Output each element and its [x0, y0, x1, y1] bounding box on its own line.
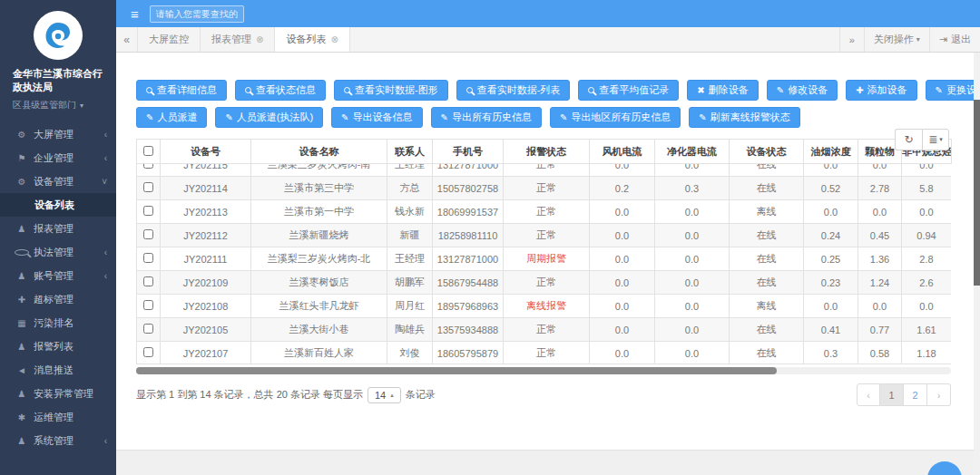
view-realtime-list-button[interactable]: 查看实时数据-列表 [456, 80, 571, 101]
export-region-history-button[interactable]: ✎导出地区所有历史信息 [550, 107, 681, 128]
cell-contact: 周月红 [387, 295, 433, 318]
sidebar-item-exceed-management[interactable]: ✚超标管理 [0, 287, 116, 311]
tab-device-list[interactable]: 设备列表⊗ [275, 27, 349, 52]
cell-nmhc: 2.6 [902, 271, 952, 295]
vertical-scrollbar[interactable] [974, 53, 980, 475]
row-checkbox[interactable] [143, 324, 153, 334]
refresh-offline-alarm-button[interactable]: ✎刷新离线报警状态 [689, 107, 799, 128]
edit-icon: ✎ [146, 112, 153, 122]
select-all-checkbox[interactable] [143, 146, 153, 156]
view-status-info-button[interactable]: 查看状态信息 [235, 80, 326, 101]
tabs-scroll-left-icon[interactable]: « [116, 27, 138, 52]
flag-icon: ⚑ [15, 153, 29, 163]
row-checkbox[interactable] [143, 276, 153, 286]
sidebar-item-message-push[interactable]: ◄消息推送 [0, 358, 116, 382]
device-table-body[interactable]: JY202115兰溪梨三岁炭火烤肉-南王经理13127871000正常0.00.… [136, 164, 951, 364]
columns-toggle-button[interactable]: ≣▾ [922, 129, 949, 150]
row-checkbox[interactable] [143, 206, 153, 216]
view-detail-info-button[interactable]: 查看详细信息 [136, 80, 227, 101]
table-row[interactable]: JY202113兰溪市第一中学钱永新18069991537正常0.00.0离线0… [137, 200, 952, 224]
cell-device_status: 在线 [730, 342, 804, 365]
vertical-scrollbar-thumb[interactable] [974, 100, 980, 286]
sidebar-item-enterprise-management[interactable]: ⚑企业管理‹ [0, 146, 116, 170]
logout-button[interactable]: ⇥退出 [929, 27, 980, 52]
row-select-cell [137, 342, 161, 365]
cell-fan_current: 0.0 [590, 342, 655, 365]
delete-device-button[interactable]: ✖删除设备 [687, 80, 758, 101]
sidebar-item-alarm-list[interactable]: ♟报警列表 [0, 334, 116, 358]
horizontal-scrollbar-thumb[interactable] [136, 367, 777, 374]
tab-close-icon[interactable]: ⊗ [330, 34, 338, 44]
tabs-scroll-right-icon[interactable]: » [839, 27, 864, 52]
export-all-history-button[interactable]: ✎导出所有历史信息 [431, 107, 542, 128]
cell-phone: 18957968963 [433, 295, 504, 318]
department-selector[interactable]: 区县级监管部门▾ [0, 94, 116, 111]
row-checkbox[interactable] [143, 347, 153, 357]
view-realtime-chart-button[interactable]: 查看实时数据-图形 [334, 80, 448, 101]
table-row[interactable]: JY202115兰溪梨三岁炭火烤肉-南王经理13127871000正常0.00.… [137, 164, 952, 177]
table-row[interactable]: JY202111兰溪梨三岁炭火烤肉-北王经理13127871000周期报警0.0… [137, 247, 952, 271]
modify-device-button[interactable]: ✎修改设备 [767, 80, 838, 101]
sidebar-item-system-management[interactable]: ♟系统管理‹ [0, 429, 116, 452]
cell-purifier_current: 0.0 [655, 318, 730, 342]
sidebar-item-account-management[interactable]: ♟账号管理‹ [0, 264, 116, 287]
page-button-1[interactable]: 1 [880, 383, 904, 406]
close-operations-dropdown[interactable]: 关闭操作▾ [864, 27, 929, 52]
cell-phone: 18605795879 [433, 342, 504, 365]
table-row[interactable]: JY202109兰溪枣树饭店胡鹏军15867954488正常0.00.0在线0.… [137, 271, 952, 295]
sidebar-item-pollution-ranking[interactable]: ▦污染排名 [0, 311, 116, 334]
page-prev-button[interactable]: ‹ [857, 383, 880, 406]
row-checkbox[interactable] [143, 229, 153, 239]
sidebar-item-label: 企业管理 [34, 151, 104, 165]
tab-screen-monitor[interactable]: 大屏监控 [138, 27, 201, 52]
sidebar-item-screen-management[interactable]: ⚙大屏管理‹ [0, 122, 116, 146]
page-size-select[interactable]: 14▴ [368, 387, 401, 403]
table-row[interactable]: JY202112兰溪新疆烧烤新疆18258981110正常0.00.0在线0.2… [137, 224, 952, 247]
cell-particles: 0.45 [858, 224, 902, 247]
cell-name: 兰溪新百姓人家 [251, 342, 387, 365]
row-checkbox[interactable] [143, 164, 153, 169]
row-checkbox[interactable] [143, 182, 153, 192]
table-row[interactable]: JY202105兰溪大街小巷陶雄兵13575934888正常0.00.0在线0.… [137, 318, 952, 342]
sidebar-item-install-exception-management[interactable]: ♟安装异常管理 [0, 382, 116, 405]
export-device-info-button[interactable]: ✎导出设备信息 [331, 107, 422, 128]
device-table: 设备号设备名称联系人手机号报警状态风机电流净化器电流设备状态油烟浓度颗粒物非甲烷… [136, 139, 951, 364]
person-icon: ♟ [15, 389, 29, 399]
table-row[interactable]: JY202107兰溪新百姓人家刘俊18605795879正常0.00.0在线0.… [137, 342, 952, 365]
tab-report-management[interactable]: 报表管理⊗ [201, 27, 275, 52]
dispatch-personnel-law-button[interactable]: ✎人员派遣(执法队) [215, 107, 323, 128]
cell-contact: 新疆 [387, 224, 433, 247]
table-row[interactable]: JY202114兰溪市第三中学方总15057802758正常0.20.3在线0.… [137, 177, 952, 200]
sidebar-item-device-management[interactable]: ⚙设备管理˅ [0, 170, 116, 193]
row-checkbox[interactable] [143, 253, 153, 263]
sidebar-item-law-enforcement-management[interactable]: 执法管理‹ [0, 240, 116, 264]
cell-nmhc: 1.18 [902, 342, 952, 365]
global-search-input[interactable] [150, 5, 244, 23]
column-header: 净化器电流 [655, 140, 730, 164]
cell-nmhc: 0.0 [902, 295, 952, 318]
cell-contact: 陶雄兵 [387, 318, 433, 342]
row-select-cell [137, 200, 161, 224]
row-checkbox[interactable] [143, 300, 153, 310]
view-average-record-button[interactable]: 查看平均值记录 [578, 80, 679, 101]
page-button-2[interactable]: 2 [904, 383, 927, 406]
sidebar-item-label: 大屏管理 [34, 128, 104, 141]
hamburger-menu-icon[interactable]: ≡ [131, 6, 139, 22]
column-header: 联系人 [387, 140, 433, 164]
horizontal-scrollbar[interactable] [136, 367, 951, 374]
refresh-button[interactable]: ↻ [895, 129, 922, 150]
add-device-button[interactable]: ✚添加设备 [846, 80, 916, 101]
replace-device-button[interactable]: ✎更换设备 [926, 80, 980, 101]
sidebar-item-operation-maintenance[interactable]: ✱运维管理 [0, 405, 116, 429]
sidebar-item-report-management[interactable]: ♟报表管理 [0, 217, 116, 240]
cell-device_status: 离线 [730, 200, 804, 224]
cell-purifier_current: 0.3 [655, 177, 730, 200]
page-next-button[interactable]: › [927, 383, 951, 406]
table-row[interactable]: JY202108兰溪红头非凡龙虾周月红18957968963离线报警0.00.0… [137, 295, 952, 318]
cell-device_no: JY202114 [161, 177, 251, 200]
cell-fan_current: 0.0 [590, 247, 655, 271]
sidebar-subitem-device-list[interactable]: 设备列表 [0, 193, 116, 217]
sidebar-item-label: 安装异常管理 [34, 387, 107, 401]
dispatch-personnel-button[interactable]: ✎人员派遣 [136, 107, 207, 128]
tab-close-icon[interactable]: ⊗ [256, 34, 263, 44]
